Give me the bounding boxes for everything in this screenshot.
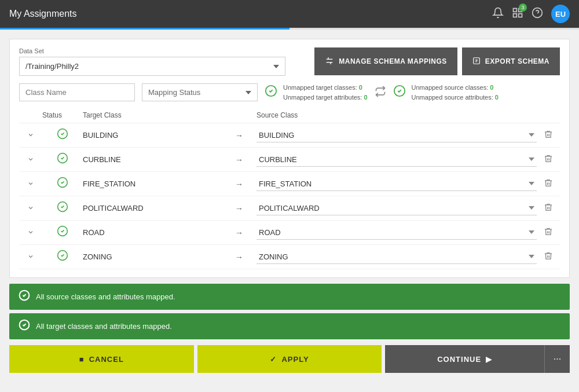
row-source-cell-2: FIRE_STATION xyxy=(256,177,537,191)
action-buttons: MANAGE SCHEMA MAPPINGS EXPORT SCHEMA xyxy=(314,47,560,75)
row-status-icon-4 xyxy=(57,225,68,240)
export-schema-button[interactable]: EXPORT SCHEMA xyxy=(462,47,560,75)
source-stats-text: Unmapped source classes: 0 Unmapped sour… xyxy=(412,83,499,102)
row-mapping-arrow-4: → xyxy=(235,228,243,237)
row-expand-icon-2[interactable] xyxy=(27,179,34,189)
target-unmapped-attrs-value: 0 xyxy=(364,94,367,101)
source-check-icon xyxy=(393,85,406,101)
mapping-status-select[interactable]: Mapping Status xyxy=(142,83,258,101)
help-icon[interactable] xyxy=(532,7,543,21)
row-delete-icon-0[interactable] xyxy=(544,130,553,141)
row-target-class-0: BUILDING xyxy=(83,131,222,140)
source-unmapped-classes-value: 0 xyxy=(490,84,493,91)
row-source-select-5[interactable]: ZONING xyxy=(256,250,537,264)
chart-icon[interactable]: 3 xyxy=(512,7,523,21)
cancel-label: CANCEL xyxy=(89,355,124,364)
main-panel: Data Set /Training/Philly2 MANAGE SCHEMA… xyxy=(9,39,570,278)
class-name-input[interactable] xyxy=(19,83,135,101)
more-dots-icon: ··· xyxy=(554,354,561,364)
dataset-label: Data Set xyxy=(19,47,285,54)
source-unmapped-attrs-value: 0 xyxy=(495,94,499,101)
table-row: CURBLINE → CURBLINE xyxy=(19,148,560,172)
svg-rect-2 xyxy=(519,13,522,17)
bottom-buttons: ■ CANCEL ✓ APPLY CONTINUE ▶ ··· xyxy=(9,345,570,373)
row-expand-icon-0[interactable] xyxy=(27,131,34,140)
export-schema-icon xyxy=(472,57,481,67)
table-header: Status Target Class Source Class xyxy=(19,108,560,123)
target-mapped-banner: All target classes and attributes mapped… xyxy=(9,313,570,339)
cancel-button[interactable]: ■ CANCEL xyxy=(9,345,194,373)
row-target-class-3: POLITICALWARD xyxy=(83,204,222,213)
cancel-stop-icon: ■ xyxy=(79,355,85,364)
apply-check-icon: ✓ xyxy=(270,355,277,364)
top-row: Data Set /Training/Philly2 MANAGE SCHEMA… xyxy=(19,47,560,76)
col-header-target: Target Class xyxy=(83,111,222,119)
row-expand-icon-1[interactable] xyxy=(27,155,34,164)
manage-schema-button[interactable]: MANAGE SCHEMA MAPPINGS xyxy=(314,47,457,75)
row-mapping-arrow-1: → xyxy=(235,155,243,164)
row-status-icon-5 xyxy=(57,250,68,264)
manage-schema-label: MANAGE SCHEMA MAPPINGS xyxy=(339,57,447,65)
avatar[interactable]: EU xyxy=(551,5,570,23)
chart-badge: 3 xyxy=(519,3,527,12)
row-source-cell-3: POLITICALWARD xyxy=(256,202,537,215)
row-source-select-2[interactable]: FIRE_STATION xyxy=(256,177,537,191)
col-header-status: Status xyxy=(42,111,83,119)
row-mapping-arrow-2: → xyxy=(235,179,243,189)
table-rows: BUILDING → BUILDING CU xyxy=(19,123,560,269)
row-delete-icon-3[interactable] xyxy=(544,203,553,214)
row-expand-icon-4[interactable] xyxy=(27,228,34,237)
row-status-icon-3 xyxy=(57,201,68,215)
row-expand-icon-3[interactable] xyxy=(27,204,34,213)
row-mapping-arrow-0: → xyxy=(235,131,243,140)
continue-label: CONTINUE xyxy=(437,355,481,364)
dataset-section: Data Set /Training/Philly2 xyxy=(19,47,285,76)
source-banner-check-icon xyxy=(19,290,30,304)
apply-button[interactable]: ✓ APPLY xyxy=(197,345,382,373)
row-status-icon-1 xyxy=(57,152,68,167)
row-expand-icon-5[interactable] xyxy=(27,252,34,262)
row-delete-icon-2[interactable] xyxy=(544,178,553,190)
row-source-select-0[interactable]: BUILDING xyxy=(256,129,537,142)
exchange-icon xyxy=(375,86,386,100)
target-stats: Unmapped target classes: 0 Unmapped targ… xyxy=(265,83,368,102)
main-content: Data Set /Training/Philly2 MANAGE SCHEMA… xyxy=(0,30,579,382)
table-row: ROAD → ROAD xyxy=(19,221,560,245)
row-mapping-arrow-5: → xyxy=(235,252,243,262)
row-target-class-4: ROAD xyxy=(83,228,222,237)
app-title: My Assignments xyxy=(9,9,76,19)
col-header-source: Source Class xyxy=(256,111,537,119)
row-status-icon-0 xyxy=(57,128,68,142)
row-delete-icon-5[interactable] xyxy=(544,251,553,263)
header-icons: 3 EU xyxy=(492,5,570,23)
target-banner-text: All target classes and attributes mapped… xyxy=(36,322,172,331)
target-unmapped-classes-value: 0 xyxy=(359,84,362,91)
row-source-select-3[interactable]: POLITICALWARD xyxy=(256,202,537,215)
export-schema-label: EXPORT SCHEMA xyxy=(485,57,549,65)
target-banner-check-icon xyxy=(19,319,30,334)
row-status-icon-2 xyxy=(57,177,68,191)
row-source-cell-1: CURBLINE xyxy=(256,153,537,167)
row-source-select-4[interactable]: ROAD xyxy=(256,226,537,240)
source-banner-text: All source classes and attributes mapped… xyxy=(36,292,175,301)
row-source-cell-0: BUILDING xyxy=(256,129,537,142)
row-target-class-1: CURBLINE xyxy=(83,155,222,164)
table-row: FIRE_STATION → FIRE_STATION xyxy=(19,172,560,196)
source-stats: Unmapped source classes: 0 Unmapped sour… xyxy=(393,83,499,102)
svg-rect-0 xyxy=(514,8,517,12)
source-mapped-banner: All source classes and attributes mapped… xyxy=(9,284,570,310)
row-delete-icon-1[interactable] xyxy=(544,154,553,166)
table-row: BUILDING → BUILDING xyxy=(19,123,560,148)
more-options-button[interactable]: ··· xyxy=(544,345,570,373)
dataset-select[interactable]: /Training/Philly2 xyxy=(19,57,285,76)
status-banners: All source classes and attributes mapped… xyxy=(9,284,570,339)
table-row: ZONING → ZONING xyxy=(19,245,560,269)
svg-rect-3 xyxy=(514,13,517,17)
target-stats-text: Unmapped target classes: 0 Unmapped targ… xyxy=(283,83,368,102)
row-source-select-1[interactable]: CURBLINE xyxy=(256,153,537,167)
row-delete-icon-4[interactable] xyxy=(544,227,553,239)
class-table: Status Target Class Source Class BUILDIN… xyxy=(19,108,560,269)
notification-icon[interactable] xyxy=(492,7,504,21)
continue-button[interactable]: CONTINUE ▶ xyxy=(385,345,544,373)
row-mapping-arrow-3: → xyxy=(235,204,243,213)
